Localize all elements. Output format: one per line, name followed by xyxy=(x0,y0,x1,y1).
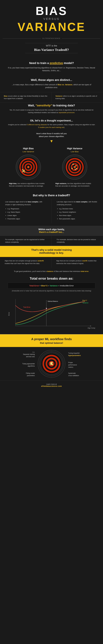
bias-title: BIAS xyxy=(2,5,100,17)
tradeoff-left: Low variance algos tend to be less compl… xyxy=(0,199,52,224)
experiment-section: Ok, let's do a thought experiment... Ima… xyxy=(0,116,103,132)
predictive-highlight: predictive xyxy=(50,62,63,65)
svg-point-34 xyxy=(72,168,72,169)
underfit-col: Algos that are not complex enough produc… xyxy=(0,257,52,268)
need-to-train-section: Need to train a predictive model? If so,… xyxy=(0,58,103,75)
center-dartboard-svg xyxy=(37,350,66,378)
proper-ml-heading: A proper ML workflow finds xyxy=(8,337,95,341)
workflow-item-parameters: Fiding modelparameters xyxy=(5,372,35,377)
dart-boards-section: High Bias Low Variance xyxy=(0,145,103,190)
sensitivity-heading: Wait, "sensitivity" to training data? xyxy=(8,104,95,107)
low-bias-dartboard-svg xyxy=(62,154,88,180)
bias-text: Bias occurs when an algo has limited fle… xyxy=(4,95,48,100)
fit-section: Algos that are not complex enough produc… xyxy=(0,257,103,268)
within-right: For example, decision trees can be prune… xyxy=(52,236,103,246)
svg-text:Error: Error xyxy=(8,312,10,316)
workflow-item-training: e.g. Separate trainingand test sets xyxy=(5,351,35,358)
formula-note: (Irreducible error is 'noise' that can't… xyxy=(8,290,95,292)
variance-column: Variance refers to an algo's sensitivity… xyxy=(52,92,103,102)
svg-text:Variance: Variance xyxy=(82,302,88,304)
versus-label: VERSUS xyxy=(2,17,100,20)
low-bias-label: Low Bias xyxy=(55,150,94,153)
tradeoff-right: Low bias algos tend to be more complex, … xyxy=(52,199,103,224)
formula-text: Total Error = Bias^2 + Variance + Irredu… xyxy=(10,284,92,287)
well-those-body: ...in many ways. But a major difference … xyxy=(8,83,95,89)
dart-boards-container: High Bias Low Variance xyxy=(5,147,98,187)
proper-ml-section: A proper ML workflow finds that optimal … xyxy=(0,334,103,347)
center-dartboard xyxy=(36,350,67,378)
bias-column: Bias occurs when an algo has limited fle… xyxy=(0,92,52,102)
wtf-subtitle: Bias-Variance Tradeoff? xyxy=(8,48,95,52)
svg-point-62 xyxy=(52,364,53,365)
svg-text:Algo Complexity: Algo Complexity xyxy=(88,327,95,329)
svg-point-64 xyxy=(51,362,53,363)
high-variance-board: High Variance Low Bias xyxy=(55,147,94,187)
high-variance-label: High Variance xyxy=(55,147,94,150)
footer: Learn more at elitedatascience.com xyxy=(0,380,103,391)
svg-text:Total Error: Total Error xyxy=(23,306,30,308)
tradeoff-heading: But why is there a tradeoff? xyxy=(0,192,103,199)
brand-bar: ELITEDATASCIENCE xyxy=(0,35,103,39)
low-variance-label: Low Variance xyxy=(9,150,48,153)
overfit-col: Algo that are too complex produce overfi… xyxy=(52,257,103,268)
within-left: For example, regression can be regulariz… xyxy=(0,236,52,246)
total-error-heading: Total error breaks down as: xyxy=(8,276,95,280)
svg-text:Bias^2: Bias^2 xyxy=(82,300,87,302)
svg-point-31 xyxy=(76,165,76,166)
balance-text: To get good predictions, you'll need to … xyxy=(8,270,95,273)
error-chart: Error Algo Complexity Optimal Balance Bi… xyxy=(8,298,95,331)
heres-what-text: Here's what those 5 models tell youabout… xyxy=(0,132,103,138)
svg-point-33 xyxy=(76,168,77,169)
wtf-question: WTF is the xyxy=(8,44,95,47)
svg-point-63 xyxy=(50,362,51,364)
here-arrow-section: Here's what those 5 models tell youabout… xyxy=(0,132,103,145)
within-family-examples: For example, regression can be regulariz… xyxy=(0,236,103,246)
well-those-heading: Well, those algos are distinct... xyxy=(8,78,95,82)
wtf-section: WTF is the Bias-Variance Tradeoff? xyxy=(0,39,103,58)
within-family-banner: Within each algo family, there's a trade… xyxy=(0,226,103,236)
ml-workflow-section: e.g. Separate trainingand test sets xyxy=(0,347,103,380)
brand-name: ELITEDATASCIENCE xyxy=(42,38,60,39)
tradeoff-columns: Low variance algos tend to be less compl… xyxy=(0,199,103,224)
within-family-sub: there's a tradeoff too... xyxy=(39,231,64,234)
need-to-train-body: If so, you have many supervised learning… xyxy=(8,66,95,72)
svg-point-14 xyxy=(24,172,25,172)
experiment-heading: Ok, let's do a thought experiment... xyxy=(8,119,95,122)
workflow-item-algorithms: Trying appropriatealgorithms xyxy=(5,362,35,367)
high-variance-caption: High variance, low bias algorithms train… xyxy=(55,182,94,187)
high-bias-dartboard-svg xyxy=(16,154,41,180)
need-to-train-heading: Need to train a predictive model? xyxy=(8,62,95,65)
within-right-text: For example, decision trees can be prune… xyxy=(57,238,98,243)
well-those-section: Well, those algos are distinct... ...in … xyxy=(0,75,103,92)
svg-rect-36 xyxy=(8,298,95,331)
workflow-item-crossval: Systematiccross-validation xyxy=(68,372,98,377)
solid-model-banner: That's why a solid model training method… xyxy=(0,246,103,257)
total-error-section: Total error breaks down as: Total Error … xyxy=(0,275,103,298)
svg-point-17 xyxy=(22,171,24,172)
proper-ml-sub: that optimal balance! xyxy=(8,342,95,344)
bias-variance-columns: Bias occurs when an algo has limited fle… xyxy=(0,92,103,102)
workflow-item-metrics: Properperformancemetrics xyxy=(68,362,98,368)
sensitivity-body: Yes. It's much easier to wrap your head … xyxy=(8,109,95,114)
header-section: BIAS VERSUS VARIANCE xyxy=(0,0,103,35)
chart-container: Error Algo Complexity Optimal Balance Bi… xyxy=(0,298,103,334)
balance-section: To get good predictions, you'll need to … xyxy=(0,268,103,275)
svg-point-15 xyxy=(22,169,23,170)
variance-text: Variance refers to an algo's sensitivity… xyxy=(56,95,99,100)
variance-title: VARIANCE xyxy=(2,21,100,33)
experiment-body: Imagine you've collected 5 different tra… xyxy=(8,124,95,129)
footer-learn-more: Learn more at xyxy=(5,383,98,385)
wtf-rule-bottom xyxy=(25,53,78,53)
high-bias-board: High Bias Low Variance xyxy=(9,147,48,187)
tradeoff-section: But why is there a tradeoff? Low varianc… xyxy=(0,190,103,226)
wtf-rule-top xyxy=(25,43,78,43)
within-left-text: For example, regression can be regulariz… xyxy=(5,238,46,243)
svg-point-61 xyxy=(50,364,52,365)
high-bias-label: High Bias xyxy=(9,147,48,150)
workflow-item-hyperparams: Tuning impactful hyperparameters xyxy=(68,352,98,357)
formula-box: Total Error = Bias^2 + Variance + Irredu… xyxy=(8,282,95,289)
svg-text:Optimal Balance: Optimal Balance xyxy=(48,300,58,302)
high-bias-caption: High bias, low variance algorithms train… xyxy=(9,182,48,187)
footer-brand[interactable]: elitedatascience.com xyxy=(5,385,98,387)
svg-point-32 xyxy=(72,164,74,165)
